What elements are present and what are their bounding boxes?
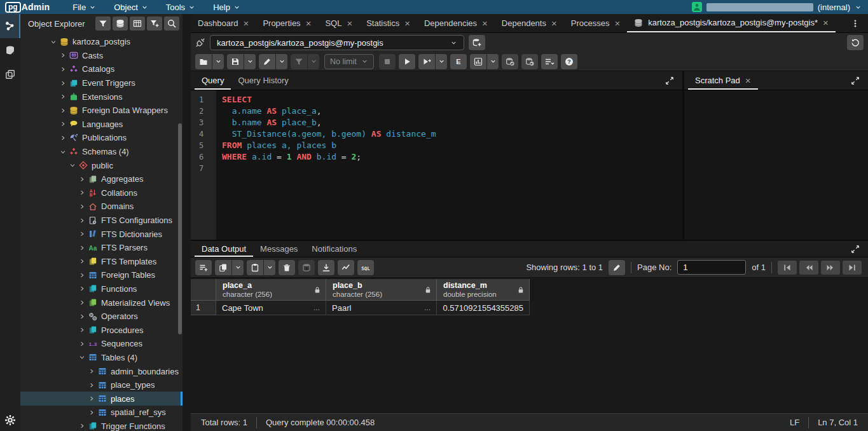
tab-dashboard[interactable]: Dashboard×	[191, 14, 256, 32]
tree-item-casts[interactable]: 69Casts	[20, 49, 183, 63]
expand-icon[interactable]	[77, 272, 87, 278]
collapse-icon[interactable]	[48, 39, 59, 45]
expand-icon[interactable]	[58, 66, 68, 72]
execute-query-button[interactable]	[399, 54, 415, 69]
next-page-button[interactable]	[821, 261, 840, 275]
tree-scrollbar[interactable]	[178, 123, 182, 334]
tree-item-functions[interactable]: Functions	[20, 282, 183, 296]
scratch-pad-expand-icon[interactable]	[843, 71, 868, 90]
close-icon[interactable]: ×	[823, 18, 829, 27]
collapse-icon[interactable]	[67, 162, 78, 168]
expand-icon[interactable]	[58, 107, 68, 114]
new-connection-button[interactable]	[469, 35, 485, 50]
save-data-changes-button[interactable]	[298, 260, 315, 275]
tree-item-schemas-4[interactable]: Schemas (4)	[20, 145, 183, 159]
column-header-distance-m[interactable]: distance_mdouble precision	[437, 279, 530, 301]
tree-item-trigger-functions[interactable]: Trigger Functions	[20, 420, 183, 431]
delete-row-button[interactable]	[279, 260, 295, 275]
edit-rows-button[interactable]	[609, 260, 625, 275]
expand-icon[interactable]	[58, 80, 68, 86]
tree-item-operators[interactable]: Operators	[20, 310, 183, 324]
tree-item-extensions[interactable]: Extensions	[20, 90, 183, 104]
tree-item-public[interactable]: public	[20, 158, 183, 172]
menu-object[interactable]: Object	[106, 0, 156, 14]
database-objects-button[interactable]	[113, 17, 128, 31]
expand-icon[interactable]	[77, 176, 87, 182]
filtered-rows-button[interactable]	[147, 17, 162, 31]
scratch-pad-editor[interactable]	[684, 90, 868, 240]
sql-code[interactable]: SELECT a.name AS place_a, b.name AS plac…	[216, 90, 682, 240]
expand-icon[interactable]	[86, 368, 97, 374]
tree-item-admin-boundaries[interactable]: admin_boundaries	[20, 364, 183, 378]
tree-item-spatial-ref-sys[interactable]: spatial_ref_sys	[20, 406, 183, 420]
copy-button[interactable]	[215, 260, 231, 275]
tree-item-event-triggers[interactable]: Event Triggers	[20, 76, 183, 90]
expand-icon[interactable]	[77, 203, 87, 210]
tree-item-fts-parsers[interactable]: AaFTS Parsers	[20, 241, 183, 255]
cell-place-a[interactable]: Cape Town...	[216, 301, 326, 315]
tab-dependencies[interactable]: Dependencies×	[417, 14, 495, 32]
commit-button[interactable]	[502, 54, 518, 69]
menu-help[interactable]: Help	[205, 0, 248, 14]
query-panel-expand-icon[interactable]	[657, 71, 682, 90]
close-icon[interactable]: ×	[745, 75, 751, 86]
page-number-input[interactable]: 1	[677, 260, 746, 275]
settings-button[interactable]	[4, 414, 16, 426]
tree-item-tables-4[interactable]: Tables (4)	[20, 351, 183, 365]
expand-icon[interactable]	[77, 217, 87, 224]
user-menu-label[interactable]: (internal)	[818, 3, 850, 12]
eol-indicator[interactable]: LF	[790, 418, 799, 427]
paste-button[interactable]	[247, 260, 263, 275]
tree-item-sequences[interactable]: 1..3Sequences	[20, 337, 183, 351]
stop-button[interactable]	[379, 54, 396, 69]
sidebar-splitter[interactable]	[183, 14, 191, 431]
expand-icon[interactable]	[77, 245, 87, 251]
rollback-button[interactable]	[521, 54, 538, 69]
expand-icon[interactable]	[77, 423, 87, 429]
close-icon[interactable]: ×	[482, 18, 488, 28]
tree-item-procedures[interactable]: Procedures	[20, 323, 183, 337]
graph-visualiser-button[interactable]	[338, 260, 354, 275]
tab-notifications[interactable]: Notifications	[305, 241, 364, 257]
tab-sql[interactable]: SQL×	[318, 14, 359, 32]
expand-icon[interactable]	[58, 121, 68, 127]
first-page-button[interactable]	[778, 261, 797, 275]
tab-data-output[interactable]: Data Output	[195, 241, 253, 257]
close-icon[interactable]: ×	[404, 18, 410, 28]
menu-file[interactable]: File	[65, 0, 104, 14]
tree-item-collations[interactable]: ABCollations	[20, 186, 183, 200]
save-file-button[interactable]	[227, 54, 244, 69]
save-file-options-button[interactable]	[244, 54, 256, 69]
rail-layout-workspace[interactable]	[0, 62, 20, 86]
tree-item-materialized-views[interactable]: Materialized Views	[20, 296, 183, 310]
user-menu-chevron-icon[interactable]	[855, 4, 862, 11]
help-button[interactable]: ?	[561, 54, 577, 69]
explain-analyze-button[interactable]	[470, 54, 486, 69]
tree-item-fts-dictionaries[interactable]: FTS Dictionaries	[20, 227, 183, 241]
output-panel-expand-icon[interactable]	[843, 241, 868, 257]
expand-icon[interactable]	[58, 52, 68, 58]
open-file-button[interactable]	[195, 54, 212, 69]
tab-dependents[interactable]: Dependents×	[495, 14, 564, 32]
filter-button[interactable]	[95, 17, 111, 31]
restore-layout-button[interactable]	[847, 35, 864, 50]
rail-object-explorer[interactable]	[0, 14, 20, 38]
expand-icon[interactable]	[86, 395, 97, 402]
copy-options-button[interactable]	[232, 260, 244, 275]
close-icon[interactable]: ×	[551, 18, 557, 28]
tree-item-catalogs[interactable]: Catalogs	[20, 62, 183, 76]
tree-item-fts-templates[interactable]: FTS Templates	[20, 255, 183, 269]
previous-page-button[interactable]	[799, 261, 818, 275]
tree-item-kartoza-postgis[interactable]: kartoza_postgis	[20, 35, 183, 49]
close-icon[interactable]: ×	[244, 18, 249, 28]
close-icon[interactable]: ×	[306, 18, 312, 28]
tree-item-publications[interactable]: Publications	[20, 131, 183, 145]
connection-select[interactable]: kartoza_postgis/kartoza_postgis@my-postg…	[210, 35, 464, 50]
sql-editable-button[interactable]: SQL	[357, 260, 374, 275]
search-objects-button[interactable]	[164, 17, 179, 31]
expand-icon[interactable]	[77, 231, 87, 237]
tree-item-foreign-tables[interactable]: Foreign Tables	[20, 268, 183, 282]
open-file-options-button[interactable]	[212, 54, 224, 69]
tab-overflow-menu-icon[interactable]	[843, 14, 868, 32]
collapse-icon[interactable]	[77, 354, 87, 360]
